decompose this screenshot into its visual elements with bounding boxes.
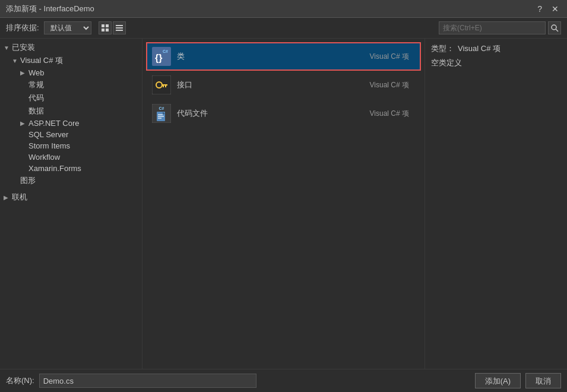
sidebar-item-workflow[interactable]: Workflow <box>0 151 142 163</box>
arrow-aspnet: ▶ <box>20 120 28 127</box>
cancel-button[interactable]: 取消 <box>525 373 561 388</box>
center-panel: C# {} 类 Visual C# 项 <box>142 39 425 369</box>
title-bar-controls: ? ✕ <box>535 4 561 14</box>
sidebar-item-code[interactable]: 代码 <box>0 91 142 105</box>
list-icon <box>115 24 123 32</box>
help-button[interactable]: ? <box>535 4 544 14</box>
sidebar-item-online[interactable]: ▶ 联机 <box>0 191 142 204</box>
desc-value: 空类定义 <box>431 58 462 68</box>
interface-icon <box>152 75 171 94</box>
close-button[interactable]: ✕ <box>549 4 561 14</box>
sort-select[interactable]: 默认值 <box>44 21 91 34</box>
codefile-item-category: Visual C# 项 <box>370 109 409 119</box>
list-view-button[interactable] <box>113 21 126 34</box>
sidebar-item-graphics[interactable]: 图形 <box>0 174 142 187</box>
svg-rect-0 <box>102 24 104 27</box>
search-area <box>439 21 561 34</box>
svg-point-7 <box>552 25 556 30</box>
visual-csharp-label: Visual C# 项 <box>20 55 63 66</box>
type-value: Visual C# 项 <box>458 43 501 54</box>
item-row-codefile[interactable]: C# 代码文件 Visual C# 项 <box>146 99 421 128</box>
class-icon-wrapper: C# {} <box>152 47 171 66</box>
item-list: C# {} 类 Visual C# 项 <box>146 42 421 128</box>
storm-label: Storm Items <box>28 141 70 150</box>
add-button[interactable]: 添加(A) <box>475 373 521 388</box>
sort-label: 排序依据: <box>6 23 39 33</box>
svg-rect-5 <box>116 27 123 29</box>
svg-rect-1 <box>106 24 109 27</box>
svg-rect-3 <box>106 29 109 31</box>
svg-text:C#: C# <box>163 49 168 53</box>
name-label: 名称(N): <box>6 375 34 386</box>
xamarin-label: Xamarin.Forms <box>28 164 81 173</box>
item-row-interface[interactable]: 接口 Visual C# 项 <box>146 71 421 99</box>
title-bar: 添加新项 - InterfaceDemo ? ✕ <box>0 0 567 18</box>
toolbar: 排序依据: 默认值 <box>0 18 567 39</box>
sidebar-item-installed[interactable]: ▼ 已安装 <box>0 41 142 54</box>
svg-line-8 <box>556 29 558 31</box>
type-row: 类型： Visual C# 项 <box>431 43 561 54</box>
sidebar-item-data[interactable]: 数据 <box>0 105 142 118</box>
interface-item-name: 接口 <box>177 80 364 90</box>
class-icon: C# {} <box>152 47 171 66</box>
sidebar-item-normal[interactable]: 常规 <box>0 78 142 91</box>
arrow-visual-csharp: ▼ <box>12 58 20 64</box>
online-label: 联机 <box>12 192 27 203</box>
sidebar-item-visual-csharp[interactable]: ▼ Visual C# 项 <box>0 54 142 67</box>
svg-text:{}: {} <box>155 53 162 63</box>
codefile-icon-wrapper: C# <box>152 104 171 123</box>
data-label: 数据 <box>28 106 44 116</box>
installed-label: 已安装 <box>12 42 35 53</box>
content-area: ▼ 已安装 ▼ Visual C# 项 ▶ Web 常规 代码 <box>0 39 567 369</box>
title-bar-text: 添加新项 - InterfaceDemo <box>6 4 94 14</box>
codefile-icon: C# <box>152 104 171 123</box>
view-icons <box>99 21 126 34</box>
svg-rect-2 <box>102 29 104 31</box>
item-row-class[interactable]: C# {} 类 Visual C# 项 <box>146 42 421 71</box>
right-panel: 类型： Visual C# 项 空类定义 <box>425 39 567 369</box>
desc-row: 空类定义 <box>431 58 561 68</box>
svg-rect-16 <box>163 86 164 87</box>
grid-icon <box>101 24 109 32</box>
sidebar: ▼ 已安装 ▼ Visual C# 项 ▶ Web 常规 代码 <box>0 39 142 369</box>
code-label: 代码 <box>28 93 44 103</box>
web-label: Web <box>28 68 45 77</box>
interface-item-category: Visual C# 项 <box>370 80 409 90</box>
bottom-bar: 名称(N): 添加(A) 取消 <box>0 369 567 392</box>
sidebar-item-sql[interactable]: SQL Server <box>0 129 142 140</box>
sidebar-item-xamarin[interactable]: Xamarin.Forms <box>0 163 142 174</box>
main-container: 排序依据: 默认值 <box>0 18 567 392</box>
search-button[interactable] <box>548 21 561 34</box>
sidebar-item-storm[interactable]: Storm Items <box>0 140 142 151</box>
arrow-installed: ▼ <box>4 45 12 51</box>
normal-label: 常规 <box>28 80 44 90</box>
interface-icon-wrapper <box>152 75 171 94</box>
class-item-category: Visual C# 项 <box>370 52 409 62</box>
sidebar-item-aspnet[interactable]: ▶ ASP.NET Core <box>0 118 142 129</box>
svg-rect-6 <box>116 30 123 31</box>
name-input[interactable] <box>39 374 256 388</box>
class-item-name: 类 <box>177 51 364 62</box>
search-input[interactable] <box>439 21 546 34</box>
type-key: 类型： <box>431 43 454 54</box>
arrow-web: ▶ <box>20 69 28 76</box>
svg-text:C#: C# <box>159 106 164 110</box>
svg-rect-14 <box>161 84 167 86</box>
aspnet-label: ASP.NET Core <box>28 119 80 128</box>
svg-rect-15 <box>165 86 166 87</box>
codefile-item-name: 代码文件 <box>177 108 364 119</box>
sidebar-item-web[interactable]: ▶ Web <box>0 67 142 78</box>
arrow-online: ▶ <box>4 194 12 201</box>
workflow-label: Workflow <box>28 153 60 162</box>
sql-label: SQL Server <box>28 130 68 139</box>
search-icon <box>551 24 559 32</box>
svg-rect-4 <box>116 25 123 26</box>
grid-view-button[interactable] <box>99 21 112 34</box>
graphics-label: 图形 <box>20 175 36 186</box>
